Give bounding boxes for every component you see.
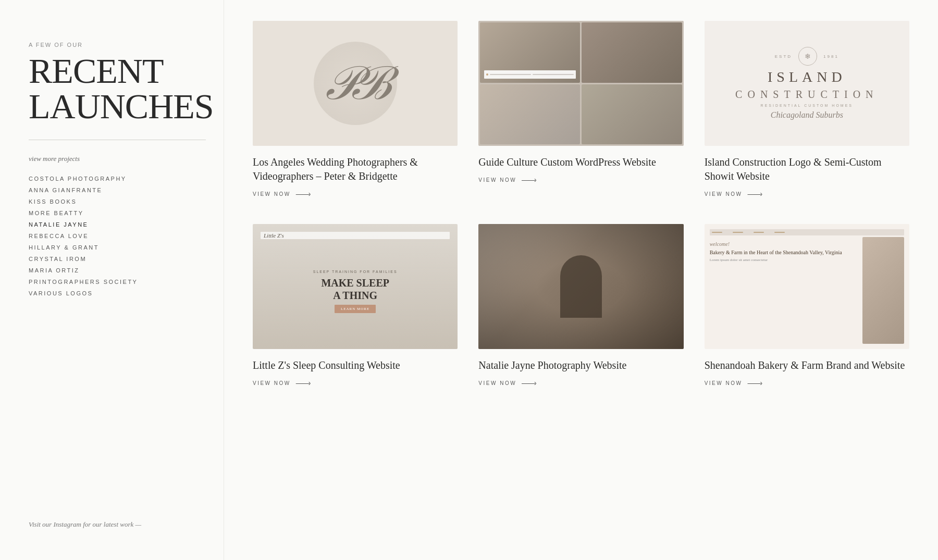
project-card-couple: Natalie Jayne Photography Website VIEW N… [478, 224, 683, 387]
project-title-couple: Natalie Jayne Photography Website [478, 358, 683, 372]
sidebar-item-more-beatty[interactable]: MORE BEATTY [29, 210, 195, 216]
sidebar-item-rebecca-love[interactable]: REBECCA LOVE [29, 233, 195, 239]
nav-list: COSTOLA PHOTOGRAPHYANNA GIANFRANTEKISS B… [29, 176, 195, 296]
instagram-note[interactable]: Visit our Instagram for our latest work … [29, 500, 195, 529]
lz-tagline-small: SLEEP TRAINING FOR FAMILIES [313, 270, 398, 273]
arrow-icon-6: ——› [747, 379, 761, 387]
bakery-image-col [862, 237, 904, 344]
arrow-icon-4: ——› [296, 379, 310, 387]
sidebar-item-crystal-irom[interactable]: CRYSTAL IROM [29, 256, 195, 262]
view-more-link[interactable]: view more projects [29, 155, 195, 163]
lz-cta: LEARN MORE [335, 305, 376, 313]
project-card-peter-bridgette: 𝒫ℬ Los Angeles Wedding Photographers & V… [253, 21, 458, 198]
bakery-desc: Lorem ipsum dolor sit amet consectetur [710, 258, 858, 263]
arrow-icon: ——› [296, 190, 310, 198]
project-title-peter-bridgette: Los Angeles Wedding Photographers & Vide… [253, 155, 458, 183]
projects-grid: 𝒫ℬ Los Angeles Wedding Photographers & V… [253, 21, 909, 387]
lz-body: SLEEP TRAINING FOR FAMILIES MAKE SLEEPA … [261, 241, 450, 341]
sidebar: A FEW OF OUR RECENT LAUNCHES view more p… [0, 0, 224, 560]
project-image-guide-culture [478, 21, 683, 146]
gc-dot [486, 73, 488, 76]
island-badge-row: ESTD 1981 [775, 47, 839, 66]
sidebar-item-maria-ortiz[interactable]: MARIA ORTIZ [29, 267, 195, 273]
bakery-nav-dot-4 [774, 232, 785, 233]
project-card-bakery: welcome! Bakery & Farm in the Heart of t… [705, 224, 909, 387]
project-link-island-construction[interactable]: VIEW NOW ——› [705, 190, 909, 198]
sidebar-item-anna-gianfrante[interactable]: ANNA GIANFRANTE [29, 187, 195, 193]
couple-silhouette [560, 255, 602, 318]
project-link-guide-culture[interactable]: VIEW NOW ——› [478, 176, 683, 184]
project-image-peter-bridgette: 𝒫ℬ [253, 21, 458, 146]
gc-cell-1 [480, 22, 580, 83]
bakery-nav-dot-2 [733, 232, 743, 233]
island-subtitle: RESIDENTIAL CUSTOM HOMES [761, 104, 853, 107]
bakery-nav-dot-1 [712, 232, 722, 233]
bakery-header [710, 229, 904, 235]
lz-header: Little Z's [261, 232, 450, 239]
project-image-little-zs: Little Z's SLEEP TRAINING FOR FAMILIES M… [253, 224, 458, 349]
bakery-text-col: welcome! Bakery & Farm in the Heart of t… [710, 237, 858, 344]
project-link-couple[interactable]: VIEW NOW ——› [478, 379, 683, 387]
project-title-island-construction: Island Construction Logo & Semi-Custom S… [705, 155, 909, 183]
pb-monogram: 𝒫ℬ [323, 56, 388, 111]
project-card-little-zs: Little Z's SLEEP TRAINING FOR FAMILIES M… [253, 224, 458, 387]
arrow-icon-2: ——› [522, 176, 536, 184]
sidebar-item-hillary-grant[interactable]: HILLARY & GRANT [29, 244, 195, 251]
bakery-body: welcome! Bakery & Farm in the Heart of t… [710, 237, 904, 344]
project-image-bakery: welcome! Bakery & Farm in the Heart of t… [705, 224, 909, 349]
sidebar-eyebrow: A FEW OF OUR [29, 42, 195, 48]
gc-cell-4 [582, 84, 682, 145]
project-image-couple [478, 224, 683, 349]
project-card-guide-culture: Guide Culture Custom WordPress Website V… [478, 21, 683, 198]
bakery-welcome: welcome! [710, 241, 858, 247]
main-content: 𝒫ℬ Los Angeles Wedding Photographers & V… [224, 0, 938, 560]
island-year: 1981 [823, 54, 839, 59]
project-card-island-construction: ESTD 1981 ISLAND CONSTRUCTION RESIDENTIA… [705, 21, 909, 198]
project-title-guide-culture: Guide Culture Custom WordPress Website [478, 155, 683, 169]
island-script: Chicagoland Suburbs [771, 110, 843, 120]
lz-tagline-big: MAKE SLEEPA THING [321, 277, 389, 302]
sidebar-item-printographers-society[interactable]: PRINTOGRAPHERS SOCIETY [29, 279, 195, 285]
island-badge [798, 47, 817, 66]
project-link-little-zs[interactable]: VIEW NOW ——› [253, 379, 458, 387]
sidebar-item-costola-photography[interactable]: COSTOLA PHOTOGRAPHY [29, 176, 195, 182]
sidebar-item-natalie-jayne[interactable]: NATALIE JAYNE [29, 221, 195, 228]
gc-header-bar [484, 70, 576, 79]
sidebar-item-kiss-books[interactable]: KISS BOOKS [29, 198, 195, 205]
bakery-nav-dot-3 [754, 232, 764, 233]
island-estd: ESTD [775, 54, 792, 59]
project-image-island-construction: ESTD 1981 ISLAND CONSTRUCTION RESIDENTIA… [705, 21, 909, 146]
island-logo-container: ESTD 1981 ISLAND CONSTRUCTION RESIDENTIA… [735, 47, 878, 120]
gc-cell-2 [582, 22, 682, 83]
project-title-little-zs: Little Z's Sleep Consulting Website [253, 358, 458, 372]
project-link-peter-bridgette[interactable]: VIEW NOW ——› [253, 190, 458, 198]
sidebar-title: RECENT LAUNCHES [29, 53, 195, 124]
bakery-title: Bakery & Farm in the Heart of the Shenan… [710, 249, 858, 256]
project-title-bakery: Shenandoah Bakery & Farm Brand and Websi… [705, 358, 909, 372]
lz-logo-text: Little Z's [264, 232, 284, 239]
project-link-bakery[interactable]: VIEW NOW ——› [705, 379, 909, 387]
gc-line [490, 74, 531, 75]
gc-line-2 [533, 74, 574, 75]
sidebar-item-various-logos[interactable]: VARIOUS LOGOS [29, 290, 195, 296]
island-construction-text: CONSTRUCTION [735, 89, 878, 101]
island-name: ISLAND [768, 69, 846, 85]
gc-cell-3 [480, 84, 580, 145]
arrow-icon-5: ——› [522, 379, 536, 387]
arrow-icon-3: ——› [747, 190, 761, 198]
sidebar-divider [29, 140, 206, 140]
